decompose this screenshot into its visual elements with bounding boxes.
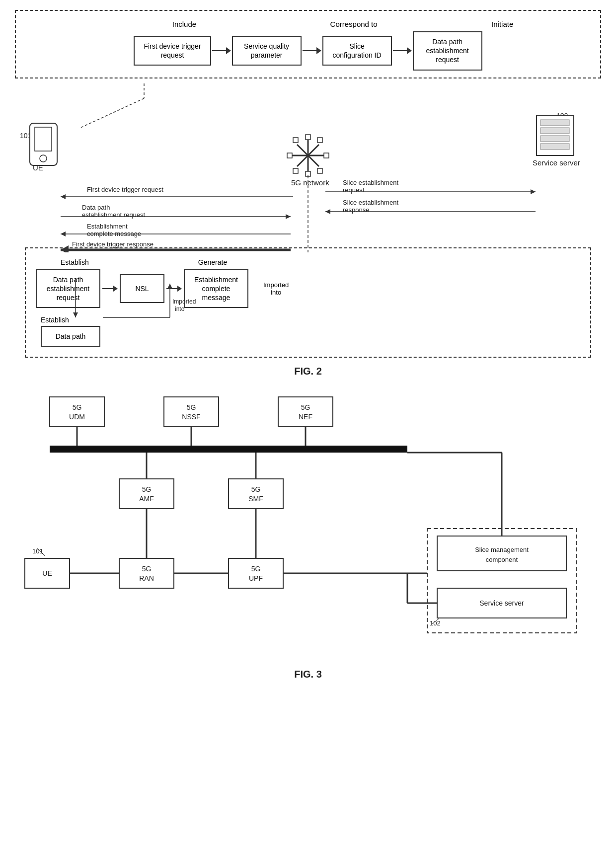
svg-text:RAN: RAN [139,574,154,582]
svg-text:5G: 5G [301,403,310,411]
svg-point-6 [40,155,47,162]
nsl-label-generate: Generate [198,258,227,266]
svg-rect-12 [306,135,310,140]
svg-rect-5 [35,127,52,151]
svg-marker-37 [531,189,536,194]
svg-text:Service server: Service server [533,158,580,167]
svg-rect-63 [278,397,333,427]
svg-marker-45 [325,209,330,214]
svg-text:UE: UE [33,163,43,172]
svg-text:AMF: AMF [139,495,154,503]
svg-text:Establishment: Establishment [87,223,128,230]
svg-text:5G: 5G [251,485,261,493]
svg-text:component: component [486,556,518,563]
svg-text:First device trigger request: First device trigger request [87,186,163,193]
top-flow-diagram: Include Correspond to Initiate First dev… [15,10,601,78]
svg-text:First device trigger response: First device trigger response [72,240,154,248]
nsl-datapath-box: Data path [41,326,100,347]
svg-rect-23 [540,128,569,134]
svg-rect-94 [437,536,566,571]
flow-box-3: Slice configuration ID [322,36,392,66]
fig3-label: FIG. 3 [15,669,601,680]
svg-line-1 [79,98,144,128]
svg-rect-17 [293,138,298,143]
svg-rect-57 [50,397,104,427]
svg-rect-19 [293,168,298,173]
svg-text:5G network: 5G network [291,178,329,187]
svg-text:Data path: Data path [82,204,110,211]
svg-text:UPF: UPF [249,574,263,582]
label-include: Include [172,20,196,28]
flow-box-2: Service quality parameter [232,36,302,66]
svg-text:into: into [175,306,185,312]
svg-text:NSSF: NSSF [182,413,200,421]
sequence-diagram-svg: 101 102 UE [15,83,601,252]
svg-rect-16 [317,138,322,143]
fig2-container: Include Correspond to Initiate First dev… [15,10,601,377]
svg-rect-14 [287,153,292,158]
svg-text:Slice management: Slice management [475,546,529,553]
svg-text:Slice establishment: Slice establishment [343,199,398,206]
svg-text:Service server: Service server [479,599,524,607]
svg-marker-29 [61,194,66,199]
svg-rect-24 [540,136,569,142]
svg-rect-25 [540,144,569,150]
svg-text:response: response [343,206,369,214]
svg-rect-18 [317,168,322,173]
svg-rect-85 [229,558,283,588]
label-correspond: Correspond to [330,20,378,28]
nsl-section: Establish Generate Data path establishme… [25,247,591,358]
svg-rect-66 [50,446,407,453]
svg-marker-33 [286,214,291,219]
fig3-container: 5G UDM 5G NSSF 5G NEF 5G [15,382,601,680]
fig3-svg: 5G UDM 5G NSSF 5G NEF 5G [15,382,601,670]
svg-marker-41 [61,231,66,236]
nsl-arrows-svg: Imported into [36,279,384,328]
svg-text:102: 102 [430,619,441,627]
svg-text:request: request [343,186,365,194]
svg-marker-54 [167,284,172,289]
svg-text:establishment request: establishment request [82,211,146,219]
svg-text:5G: 5G [187,403,196,411]
label-initiate: Initiate [491,20,513,28]
fig2-label: FIG. 2 [15,366,601,377]
flow-box-1: First device trigger request [134,36,211,66]
svg-text:SMF: SMF [248,495,263,503]
svg-rect-60 [164,397,219,427]
flow-box-4: Data path establishment request [413,31,482,71]
svg-rect-73 [229,479,283,509]
svg-rect-22 [540,120,569,126]
page: Include Correspond to Initiate First dev… [0,0,616,690]
svg-text:NEF: NEF [299,413,312,421]
svg-text:UDM: UDM [69,413,85,421]
svg-text:Imported: Imported [172,298,196,305]
svg-text:Slice establishment: Slice establishment [343,179,398,186]
svg-rect-82 [119,558,174,588]
svg-text:UE: UE [42,569,52,577]
svg-marker-51 [73,312,78,317]
svg-rect-70 [119,479,174,509]
svg-text:5G: 5G [73,403,82,411]
svg-text:5G: 5G [142,565,152,573]
svg-rect-15 [324,153,329,158]
svg-text:5G: 5G [251,565,261,573]
nsl-label-establish: Establish [61,258,89,266]
svg-text:5G: 5G [142,485,152,493]
